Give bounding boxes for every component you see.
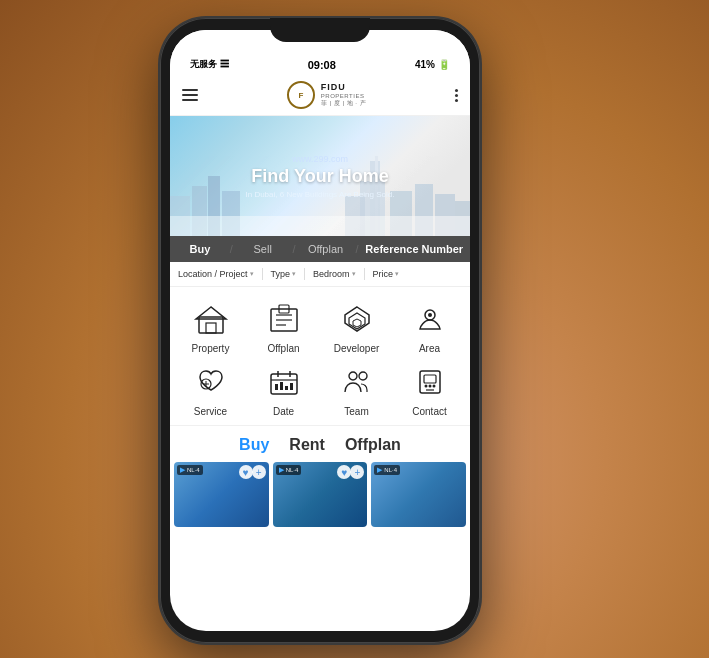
hero-url: www.299.com	[246, 154, 395, 164]
date-icon	[264, 362, 304, 402]
svg-rect-34	[280, 382, 283, 390]
hamburger-menu[interactable]	[182, 89, 198, 101]
hero-text: www.299.com Find Your Home In Dubai, 6 N…	[246, 154, 395, 199]
area-label: Area	[419, 343, 440, 354]
developer-label: Developer	[334, 343, 380, 354]
contact-label: Contact	[412, 406, 446, 417]
phone-screen: 无服务 ☰ 09:08 41% 🔋 F FIDU	[170, 30, 470, 631]
svg-rect-33	[275, 384, 278, 390]
icon-date[interactable]: Date	[251, 362, 316, 417]
service-label: Service	[194, 406, 227, 417]
icon-developer[interactable]: Developer	[324, 299, 389, 354]
svg-marker-23	[353, 319, 361, 327]
prop-tab-buy[interactable]: Buy	[239, 436, 269, 454]
search-tabs: Buy / Sell / Offplan / Reference Number	[170, 236, 470, 262]
filter-bedroom-label: Bedroom	[313, 269, 350, 279]
logo-subtitle: PROPERTIES	[321, 93, 366, 99]
prop-tab-offplan[interactable]: Offplan	[345, 436, 401, 454]
icon-service[interactable]: Service	[178, 362, 243, 417]
filter-bedroom[interactable]: Bedroom ▾	[313, 268, 356, 280]
battery-icon: 🔋	[438, 59, 450, 70]
icon-area[interactable]: Area	[397, 299, 462, 354]
thumb-2[interactable]: ♥ + ▶ NL·4	[273, 462, 368, 527]
svg-point-37	[349, 372, 357, 380]
filter-bar: Location / Project ▾ Type ▾ Bedroom ▾ Pr…	[170, 262, 470, 287]
status-right: 41% 🔋	[415, 59, 450, 70]
svg-point-38	[359, 372, 367, 380]
filter-price-arrow: ▾	[395, 270, 399, 278]
area-icon	[410, 299, 450, 339]
filter-type[interactable]: Type ▾	[271, 268, 297, 280]
filter-bedroom-arrow: ▾	[352, 270, 356, 278]
thumb-2-plus[interactable]: +	[350, 465, 364, 479]
hero-title: Find Your Home	[246, 166, 395, 187]
thumb-3[interactable]: ▶ NL·4	[371, 462, 466, 527]
property-tabs: Buy Rent Offplan	[170, 425, 470, 462]
offplan-icon	[264, 299, 304, 339]
service-icon	[191, 362, 231, 402]
hero-subtitle: In Dubai, 6 New Buildings Are Being Sold…	[246, 190, 395, 199]
logo-circle: F	[287, 81, 315, 109]
brand-logo: F FIDU PROPERTIES 菲 | 度 | 地 · 产	[287, 81, 366, 109]
prop-tab-rent[interactable]: Rent	[289, 436, 325, 454]
filter-div-1	[262, 268, 263, 280]
svg-rect-15	[206, 323, 216, 333]
hero-section: www.299.com Find Your Home In Dubai, 6 N…	[170, 116, 470, 236]
svg-rect-36	[290, 383, 293, 390]
thumb-2-badge: ▶ NL·4	[276, 465, 302, 475]
logo-initials: F	[298, 91, 303, 100]
filter-price[interactable]: Price ▾	[373, 268, 400, 280]
svg-point-43	[432, 385, 435, 388]
filter-location-arrow: ▾	[250, 270, 254, 278]
filter-type-label: Type	[271, 269, 291, 279]
developer-icon	[337, 299, 377, 339]
scene: 无服务 ☰ 09:08 41% 🔋 F FIDU	[0, 0, 709, 658]
navbar: F FIDU PROPERTIES 菲 | 度 | 地 · 产	[170, 75, 470, 116]
icon-team[interactable]: Team	[324, 362, 389, 417]
icon-contact[interactable]: Contact	[397, 362, 462, 417]
logo-brand-name: FIDU	[321, 82, 366, 93]
dots-menu[interactable]	[455, 89, 458, 102]
status-left: 无服务 ☰	[190, 58, 229, 71]
team-label: Team	[344, 406, 368, 417]
thumb-1[interactable]: ♥ + ▶ NL·4	[174, 462, 269, 527]
status-time: 09:08	[308, 59, 336, 71]
svg-point-41	[424, 385, 427, 388]
logo-text-block: FIDU PROPERTIES 菲 | 度 | 地 · 产	[321, 82, 366, 108]
thumb-2-heart[interactable]: ♥	[337, 465, 351, 479]
icon-grid: Property Offplan	[170, 287, 470, 425]
svg-rect-40	[424, 375, 436, 383]
svg-point-42	[428, 385, 431, 388]
filter-div-2	[304, 268, 305, 280]
contact-icon	[410, 362, 450, 402]
tab-offplan[interactable]: Offplan	[296, 236, 356, 262]
logo-chinese: 菲 | 度 | 地 · 产	[321, 99, 366, 108]
date-label: Date	[273, 406, 294, 417]
property-label: Property	[192, 343, 230, 354]
filter-location-label: Location / Project	[178, 269, 248, 279]
thumb-1-heart[interactable]: ♥	[239, 465, 253, 479]
tab-reference[interactable]: Reference Number	[358, 236, 470, 262]
thumb-1-badge: ▶ NL·4	[177, 465, 203, 475]
filter-price-label: Price	[373, 269, 394, 279]
icon-offplan[interactable]: Offplan	[251, 299, 316, 354]
filter-type-arrow: ▾	[292, 270, 296, 278]
svg-rect-29	[271, 374, 297, 394]
icon-property[interactable]: Property	[178, 299, 243, 354]
svg-rect-35	[285, 386, 288, 390]
svg-point-25	[428, 313, 432, 317]
offplan-label: Offplan	[267, 343, 299, 354]
thumb-1-plus[interactable]: +	[252, 465, 266, 479]
svg-rect-12	[170, 216, 470, 236]
team-icon	[337, 362, 377, 402]
thumb-3-badge: ▶ NL·4	[374, 465, 400, 475]
property-thumbnails: ♥ + ▶ NL·4 ♥ + ▶ NL·4	[170, 462, 470, 527]
filter-location[interactable]: Location / Project ▾	[178, 268, 254, 280]
tab-sell[interactable]: Sell	[233, 236, 293, 262]
property-icon	[191, 299, 231, 339]
phone-shell: 无服务 ☰ 09:08 41% 🔋 F FIDU	[160, 18, 480, 643]
phone-notch	[270, 18, 370, 42]
tab-buy[interactable]: Buy	[170, 236, 230, 262]
battery-text: 41%	[415, 59, 435, 70]
signal-text: 无服务 ☰	[190, 58, 229, 71]
